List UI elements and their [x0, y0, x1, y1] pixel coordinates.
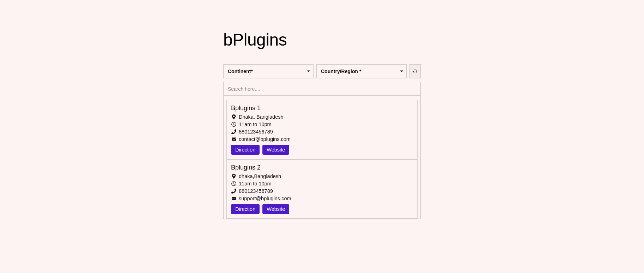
location-icon [231, 173, 237, 179]
clock-icon [231, 121, 237, 127]
address-row: Dhaka, Bangladesh [231, 113, 413, 120]
phone-text: 880123456789 [239, 129, 273, 135]
hours-text: 11am to 10pm [239, 121, 272, 127]
hours-row: 11am to 10pm [231, 180, 413, 187]
direction-button[interactable]: Direction [231, 145, 260, 155]
refresh-icon [412, 69, 418, 74]
card-buttons: Direction Website [231, 204, 413, 214]
phone-row: 880123456789 [231, 128, 413, 135]
hours-text: 11am to 10pm [239, 181, 272, 186]
email-icon [231, 136, 237, 142]
clock-icon [231, 181, 237, 186]
address-text: dhaka,Bangladesh [239, 173, 281, 179]
country-select-wrapper: Country/Region * [316, 64, 407, 78]
card-buttons: Direction Website [231, 145, 413, 155]
store-card: Bplugins 2 dhaka,Bangladesh 11am to 10pm [226, 159, 418, 219]
search-input[interactable] [224, 82, 420, 96]
phone-text: 880123456789 [239, 188, 273, 194]
store-name: Bplugins 2 [231, 164, 413, 171]
website-button[interactable]: Website [262, 145, 289, 155]
email-text: support@bplugins.com [239, 196, 291, 201]
continent-select[interactable]: Continent* [223, 64, 314, 78]
phone-row: 880123456789 [231, 188, 413, 195]
cards-list[interactable]: Bplugins 1 Dhaka, Bangladesh 11am to 10p… [224, 96, 420, 219]
page-title: bPlugins [223, 30, 421, 49]
country-select[interactable]: Country/Region * [316, 64, 407, 78]
email-text: contact@bplugins.com [239, 136, 291, 142]
refresh-button[interactable] [409, 64, 421, 78]
phone-icon [231, 129, 237, 135]
website-button[interactable]: Website [262, 204, 289, 214]
filter-row: Continent* Country/Region * [223, 64, 421, 78]
store-card: Bplugins 1 Dhaka, Bangladesh 11am to 10p… [226, 100, 418, 159]
continent-select-wrapper: Continent* [223, 64, 314, 78]
email-icon [231, 196, 237, 201]
hours-row: 11am to 10pm [231, 121, 413, 128]
phone-icon [231, 188, 237, 194]
direction-button[interactable]: Direction [231, 204, 260, 214]
results-container: Bplugins 1 Dhaka, Bangladesh 11am to 10p… [223, 82, 421, 219]
email-row: support@bplugins.com [231, 195, 413, 202]
store-name: Bplugins 1 [231, 105, 413, 112]
email-row: contact@bplugins.com [231, 136, 413, 143]
address-row: dhaka,Bangladesh [231, 173, 413, 180]
location-icon [231, 114, 237, 120]
address-text: Dhaka, Bangladesh [239, 114, 284, 120]
